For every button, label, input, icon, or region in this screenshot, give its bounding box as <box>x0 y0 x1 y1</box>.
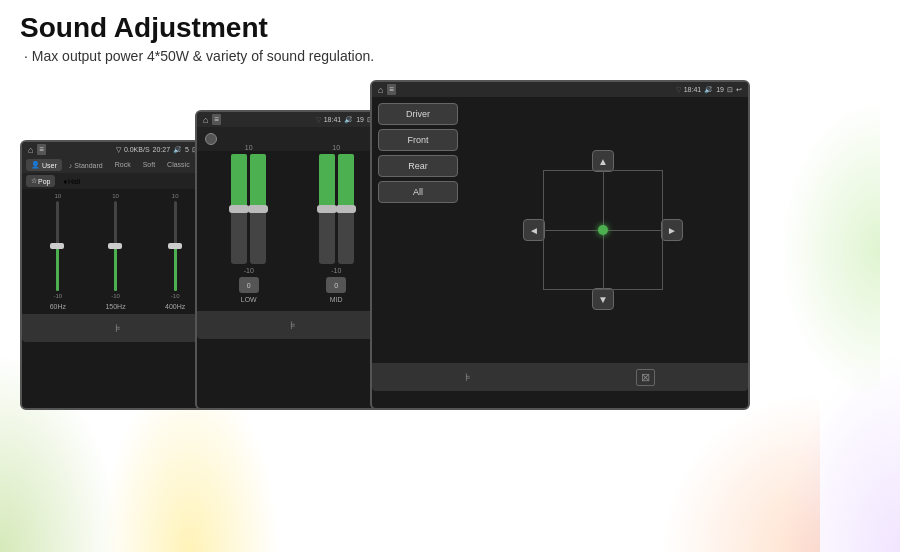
eq-icon-2[interactable]: ⊧ <box>290 319 296 332</box>
front-btn[interactable]: Front <box>378 129 458 151</box>
subtitle: · Max output power 4*50W & variety of so… <box>20 48 880 64</box>
screen3-status-icons: ▽ 18:41 🔊 19 ⊡ ↩ <box>676 86 742 94</box>
eq-band-150hz: 10 -10 150Hz <box>105 193 125 310</box>
mid-thumb-1[interactable] <box>317 205 337 213</box>
low-top: 10 <box>245 144 253 151</box>
low-thumb-1[interactable] <box>229 205 249 213</box>
mid-slider-col: 10 -10 0 MID <box>319 144 354 303</box>
header: Sound Adjustment · Max output power 4*50… <box>0 0 900 70</box>
eq-track-400hz[interactable] <box>174 201 177 291</box>
volume-val: 5 <box>185 146 189 153</box>
eq-band-60hz: 10 -10 60Hz <box>50 193 66 310</box>
music-icon: ♪ <box>69 162 73 169</box>
mid-slider-track-2[interactable] <box>338 154 354 264</box>
cast-icon-3: ⊡ <box>727 86 733 94</box>
eq-top-label: 10 <box>55 193 62 199</box>
screen2-bottom-bar: ⊧ <box>197 311 388 339</box>
tab-standard[interactable]: ♪ Standard <box>64 159 108 171</box>
screen1-bottom-bar: ⊧ <box>22 314 213 342</box>
wifi-icon-3: ▽ <box>676 86 681 94</box>
time-label-3: 18:41 <box>684 86 702 93</box>
driver-btn[interactable]: Driver <box>378 103 458 125</box>
tab-rock[interactable]: Rock <box>110 159 136 171</box>
all-btn[interactable]: All <box>378 181 458 203</box>
eq-top-label-3: 10 <box>172 193 179 199</box>
menu-icon-3: ≡ <box>387 84 396 95</box>
eq-top-label-2: 10 <box>112 193 119 199</box>
screen3-left-icons: ⌂ ≡ <box>378 84 396 95</box>
screen3-statusbar: ⌂ ≡ ▽ 18:41 🔊 19 ⊡ ↩ <box>372 82 748 97</box>
low-bottom: -10 <box>244 267 254 274</box>
right-arrow-icon: ► <box>667 225 677 236</box>
eq-thumb-400hz[interactable] <box>168 243 182 249</box>
volume-icon: 🔊 <box>173 146 182 154</box>
menu-icon: ≡ <box>37 144 46 155</box>
screen1-subtabbar: ☆ Pop ♦ Hall <box>22 173 213 189</box>
wifi-icon-2: ▽ <box>316 116 321 124</box>
volume-val-3: 19 <box>716 86 724 93</box>
mid-slider-track-1[interactable] <box>319 154 335 264</box>
eq-thumb-150hz[interactable] <box>108 243 122 249</box>
screen2-statusbar: ⌂ ≡ ▽ 18:41 🔊 19 ⊡ ↩ <box>197 112 388 127</box>
volume-val-2: 19 <box>356 116 364 123</box>
low-slider-col: 10 -10 0 LOW <box>231 144 266 303</box>
home-icon-3: ⌂ <box>378 85 383 95</box>
eq-thumb-60hz[interactable] <box>50 243 64 249</box>
page-title: Sound Adjustment <box>20 12 880 44</box>
screen-eq-freq: ⌂ ≡ ▽ 0.0KB/S 20:27 🔊 5 ⊡ ↩ 👤 User ♪ Sta… <box>20 140 215 410</box>
crosshair-icon[interactable]: ⊠ <box>636 369 655 386</box>
arrow-right-btn[interactable]: ► <box>661 219 683 241</box>
screen1-left-icons: ⌂ ≡ <box>28 144 46 155</box>
subtab-pop[interactable]: ☆ Pop <box>26 175 55 187</box>
arrow-left-btn[interactable]: ◄ <box>523 219 545 241</box>
left-arrow-icon: ◄ <box>529 225 539 236</box>
low-value: 0 <box>239 277 259 293</box>
mid-top: 10 <box>332 144 340 151</box>
arrow-up-btn[interactable]: ▲ <box>592 150 614 172</box>
position-grid <box>543 170 663 290</box>
pop-icon: ☆ <box>31 177 37 185</box>
mid-label: MID <box>330 296 343 303</box>
arrow-down-btn[interactable]: ▼ <box>592 288 614 310</box>
eq-bottom-label-2: -10 <box>111 293 120 299</box>
subtab-hall[interactable]: ♦ Hall <box>58 175 85 187</box>
low-label: LOW <box>241 296 257 303</box>
mid-thumb-2[interactable] <box>336 205 356 213</box>
screen1-status-icons: ▽ 0.0KB/S 20:27 🔊 5 ⊡ ↩ <box>116 146 207 154</box>
position-dot <box>598 225 608 235</box>
eq-bottom-label: -10 <box>54 293 63 299</box>
circle-indicator <box>205 133 217 145</box>
eq-track-150hz[interactable] <box>114 201 117 291</box>
screen2-left-icons: ⌂ ≡ <box>203 114 221 125</box>
low-slider-track-1[interactable] <box>231 154 247 264</box>
screen-low-mid: ⌂ ≡ ▽ 18:41 🔊 19 ⊡ ↩ 10 <box>195 110 390 410</box>
sound-buttons: Driver Front Rear All <box>378 103 458 357</box>
eq-band-400hz: 10 -10 400Hz <box>165 193 185 310</box>
screens-container: ⌂ ≡ ▽ 0.0KB/S 20:27 🔊 5 ⊡ ↩ 👤 User ♪ Sta… <box>0 70 900 420</box>
low-slider-track-2[interactable] <box>250 154 266 264</box>
tab-user[interactable]: 👤 User <box>26 159 62 171</box>
wifi-icon: ▽ <box>116 146 121 154</box>
screen1-statusbar: ⌂ ≡ ▽ 0.0KB/S 20:27 🔊 5 ⊡ ↩ <box>22 142 213 157</box>
rear-btn[interactable]: Rear <box>378 155 458 177</box>
tab-soft[interactable]: Soft <box>138 159 160 171</box>
low-thumb-2[interactable] <box>248 205 268 213</box>
volume-icon-2: 🔊 <box>344 116 353 124</box>
time-label-2: 18:41 <box>324 116 342 123</box>
sound-pos-content: Driver Front Rear All ▲ <box>372 97 748 363</box>
up-arrow-icon: ▲ <box>598 156 608 167</box>
screen-sound-position: ⌂ ≡ ▽ 18:41 🔊 19 ⊡ ↩ Driver Front <box>370 80 750 410</box>
position-grid-area: ▲ ▼ ◄ ► <box>464 103 742 357</box>
eq-icon-3[interactable]: ⊧ <box>465 371 471 384</box>
tab-classic[interactable]: Classic <box>162 159 195 171</box>
screen1-tabbar: 👤 User ♪ Standard Rock Soft Classic <box>22 157 213 173</box>
screen2-indicator <box>197 127 388 151</box>
mid-sliders-pair <box>319 154 354 264</box>
eq-track-60hz[interactable] <box>56 201 59 291</box>
user-icon: 👤 <box>31 161 40 169</box>
eq-settings-icon[interactable]: ⊧ <box>115 322 121 335</box>
back-icon-3: ↩ <box>736 86 742 94</box>
home-icon: ⌂ <box>28 145 33 155</box>
grid-container: ▲ ▼ ◄ ► <box>523 150 683 310</box>
eq-freq-label-400hz: 400Hz <box>165 303 185 310</box>
